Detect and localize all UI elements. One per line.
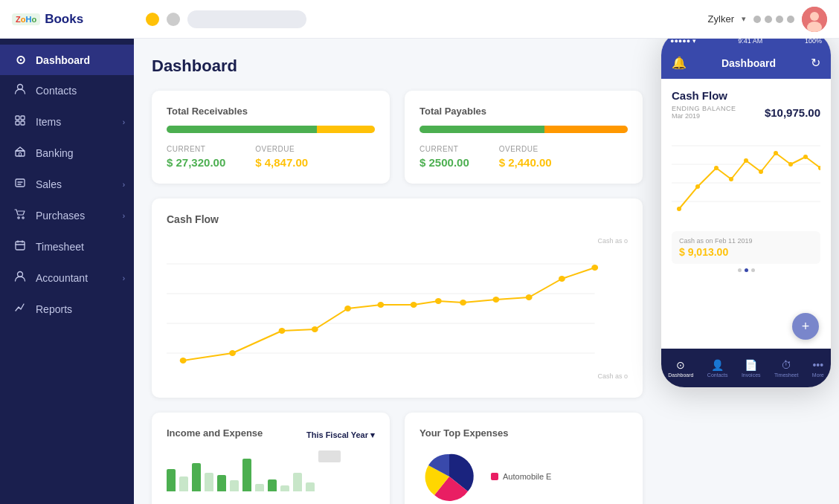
svg-point-39 — [729, 177, 733, 181]
accountant-arrow-icon: › — [123, 274, 125, 282]
bar-1 — [167, 469, 176, 491]
user-dropdown-arrow[interactable]: ▾ — [742, 14, 746, 24]
topbar-action-dots — [753, 16, 794, 23]
sidebar-item-contacts[interactable]: Contacts — [0, 75, 134, 106]
phone-nav-invoices[interactable]: 📄 Invoices — [742, 359, 761, 378]
phone-ending-label: ENDING BALANCE — [672, 105, 736, 112]
phone-nav-timesheet-icon: ⏱ — [781, 359, 791, 371]
phone-ending-amount: $10,975.00 — [765, 106, 820, 119]
bar-10 — [280, 485, 289, 491]
banking-icon — [13, 146, 27, 161]
phone-bell-icon: 🔔 — [672, 56, 687, 70]
svg-point-12 — [22, 217, 24, 219]
phone-header-title: Dashboard — [721, 57, 776, 69]
svg-point-43 — [788, 162, 793, 167]
phone-nav-contacts[interactable]: 👤 Contacts — [707, 359, 728, 378]
receivables-overdue-label: OVERDUE — [255, 145, 308, 153]
top-expenses-title: Your Top Expenses — [420, 427, 508, 439]
phone-nav-dashboard-label: Dashboard — [668, 372, 693, 378]
svg-rect-7 — [21, 121, 25, 125]
reports-icon — [13, 302, 27, 317]
sidebar-label-timesheet: Timesheet — [36, 241, 84, 253]
phone-nav-dashboard[interactable]: ⊙ Dashboard — [668, 359, 693, 378]
sidebar-label-contacts: Contacts — [36, 85, 77, 97]
phone-fab[interactable]: + — [792, 313, 819, 340]
svg-point-20 — [229, 350, 236, 356]
svg-point-40 — [744, 158, 748, 163]
action-dot-4 — [787, 16, 794, 23]
receivables-title: Total Receivables — [167, 106, 375, 117]
logo-area: ZoHo Books — [12, 12, 146, 27]
sidebar-label-banking: Banking — [36, 147, 74, 159]
phone-nav-contacts-label: Contacts — [707, 372, 728, 378]
phone-refresh-icon: ↻ — [811, 56, 820, 70]
top-cards-row: Total Receivables CURRENT $ 27,320.00 OV… — [152, 91, 643, 184]
phone-nav-timesheet-label: Timesheet — [774, 372, 798, 378]
bar-12 — [306, 482, 315, 491]
sidebar-label-dashboard: Dashboard — [36, 54, 90, 66]
phone-ending-date: Mar 2019 — [672, 112, 736, 120]
svg-point-41 — [759, 169, 763, 174]
sidebar-item-timesheet[interactable]: Timesheet — [0, 231, 134, 262]
svg-point-29 — [526, 294, 533, 300]
svg-rect-9 — [19, 153, 22, 157]
svg-rect-6 — [16, 121, 19, 125]
phone-body: Cash Flow ENDING BALANCE Mar 2019 $10,97… — [661, 79, 831, 287]
payables-progress-orange — [544, 126, 628, 133]
sales-arrow-icon: › — [123, 181, 125, 189]
svg-point-36 — [677, 207, 681, 211]
svg-point-11 — [18, 217, 19, 219]
sidebar-label-items: Items — [36, 116, 61, 128]
svg-point-26 — [435, 298, 442, 304]
topbar-middle — [146, 10, 708, 28]
sidebar-label-sales: Sales — [36, 178, 62, 190]
sidebar-item-purchases[interactable]: Purchases › — [0, 200, 134, 231]
phone-status-bar: ●●●●● ▾ 9:41 AM 100% — [661, 39, 831, 50]
phone-nav-more[interactable]: ••• More — [812, 359, 824, 378]
action-dot-2 — [765, 16, 772, 23]
items-icon — [13, 114, 27, 129]
cashflow-chart-area: Cash as o Cash as o — [167, 234, 628, 383]
svg-rect-5 — [21, 116, 25, 120]
receivables-overdue: OVERDUE $ 4,847.00 — [255, 145, 308, 169]
sidebar-item-banking[interactable]: Banking — [0, 138, 134, 169]
bottom-cards-row: Income and Expense This Fiscal Year ▾ — [152, 413, 643, 504]
bar-7 — [242, 459, 251, 491]
svg-point-1 — [810, 12, 819, 21]
svg-point-37 — [695, 184, 700, 189]
phone-section-title: Cash Flow — [672, 89, 820, 102]
main-layout: ⊙ Dashboard Contacts Items › Banking — [0, 39, 839, 504]
purchases-icon — [13, 208, 27, 223]
svg-point-28 — [492, 297, 499, 303]
bar-3 — [192, 463, 201, 491]
phone-nav-more-label: More — [812, 372, 824, 378]
payables-title: Total Payables — [420, 106, 628, 117]
income-expense-filter[interactable]: This Fiscal Year ▾ — [306, 430, 375, 440]
receivables-current: CURRENT $ 27,320.00 — [167, 145, 225, 169]
payables-progress-bar — [420, 126, 628, 133]
avatar[interactable] — [802, 7, 827, 32]
phone-nav-timesheet[interactable]: ⏱ Timesheet — [774, 359, 798, 378]
sidebar-item-items[interactable]: Items › — [0, 106, 134, 138]
phone-time: 9:41 AM — [738, 39, 762, 45]
svg-point-44 — [803, 155, 808, 159]
top-expenses-header: Your Top Expenses — [420, 427, 628, 443]
sidebar-item-sales[interactable]: Sales › — [0, 169, 134, 200]
sidebar-item-dashboard[interactable]: ⊙ Dashboard — [0, 45, 134, 75]
svg-point-21 — [279, 328, 286, 334]
status-dot-yellow — [146, 13, 159, 26]
receivables-current-amount: $ 27,320.00 — [167, 156, 225, 169]
receivables-values: CURRENT $ 27,320.00 OVERDUE $ 4,847.00 — [167, 145, 375, 169]
sidebar-label-purchases: Purchases — [36, 210, 85, 222]
timesheet-icon — [13, 239, 27, 254]
cashflow-label-bottom: Cash as o — [597, 372, 628, 380]
sidebar-item-accountant[interactable]: Accountant › — [0, 262, 134, 294]
sidebar-item-reports[interactable]: Reports — [0, 294, 134, 325]
bar-11 — [293, 473, 302, 491]
status-dot-gray — [167, 13, 180, 26]
bar-8 — [255, 484, 264, 491]
user-name[interactable]: Zylker — [708, 13, 734, 25]
dashboard-icon: ⊙ — [13, 53, 27, 67]
receivables-progress-bar — [167, 126, 375, 133]
svg-point-27 — [460, 300, 466, 306]
